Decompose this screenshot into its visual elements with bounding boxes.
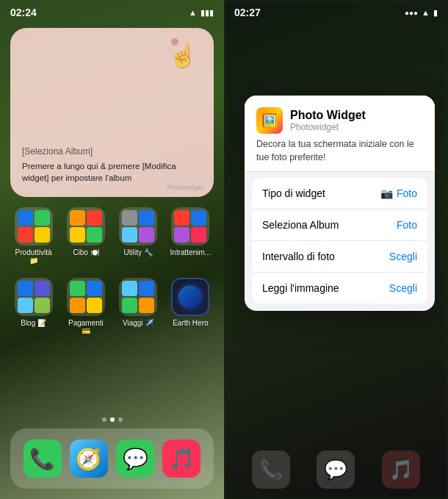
popup-row-intervallo-label: Intervallo di foto (262, 251, 335, 262)
app-earth-hero[interactable]: Earth Hero (168, 278, 212, 335)
popup-rows: Tipo di widget 📷 Foto Seleziona Album Fo… (252, 178, 427, 304)
popup-app-icon-inner: 🖼️ (256, 107, 283, 134)
leggi-value: Scegli (389, 282, 417, 294)
right-bottom-apps: 📞 💬 🎵 (224, 450, 448, 489)
folder-pagamenti-label: Pagamenti 💳 (64, 319, 108, 335)
popup-row-album[interactable]: Seleziona Album Foto (252, 209, 427, 241)
earth-hero-label: Earth Hero (173, 319, 208, 327)
dot-3 (118, 417, 123, 422)
folder-blog-icon (15, 278, 53, 316)
folder-produttivita-label: Produttività 📁 (12, 248, 56, 265)
dock-music[interactable]: 🎵 (162, 439, 200, 478)
popup-header: 🖼️ Photo Widget Photowidget Decora la tu… (245, 96, 435, 172)
widget-instruction: Premere a lungo qui & premere [Modifica … (22, 160, 202, 184)
right-wifi-icon: ▲ (422, 8, 430, 17)
folder-pagamenti[interactable]: Pagamenti 💳 (64, 278, 108, 335)
dock: 📞 🧭 💬 🎵 (10, 428, 214, 489)
folder-utility[interactable]: Utility 🔧 (116, 207, 160, 265)
app-row-2: Blog 📝 Pagamenti 💳 Viaggi ✈️ (7, 278, 217, 335)
photo-widget-popup: 🖼️ Photo Widget Photowidget Decora la tu… (245, 96, 435, 311)
folder-produttivita[interactable]: Produttività 📁 (12, 207, 56, 265)
folder-utility-label: Utility 🔧 (124, 248, 153, 256)
popup-app-info: Photo Widget Photowidget (290, 109, 366, 132)
popup-app-sub: Photowidget (290, 122, 366, 132)
folder-viaggi-label: Viaggi ✈️ (123, 319, 153, 327)
touch-icon: ☝️ (168, 41, 198, 69)
camera-icon: 📷 (380, 187, 393, 199)
right-bottom-icon-3: 🎵 (382, 450, 420, 489)
folder-intrattenimento[interactable]: Intrattenim... (168, 207, 212, 265)
folder-cibo[interactable]: Cibo 🍽️ (64, 207, 108, 265)
dock-safari[interactable]: 🧭 (70, 439, 108, 478)
photo-widget[interactable]: ☝️ [Seleziona Album] Premere a lungo qui… (10, 28, 214, 197)
left-phone-screen: 02:24 ▲ ▮▮▮ ☝️ [Seleziona Album] Premere… (0, 0, 224, 499)
folder-intrattenimento-icon (171, 207, 209, 245)
popup-description: Decora la tua schermata iniziale con le … (256, 138, 423, 164)
popup-row-intervallo-value: Scegli (389, 251, 417, 262)
left-status-bar: 02:24 ▲ ▮▮▮ (0, 0, 224, 21)
dock-messages[interactable]: 💬 (116, 439, 154, 478)
popup-row-leggi-value: Scegli (389, 282, 417, 294)
dock-phone[interactable]: 📞 (24, 439, 62, 478)
battery-icon: ▮▮▮ (200, 8, 214, 18)
album-value: Foto (397, 219, 417, 231)
popup-row-album-label: Seleziona Album (262, 219, 339, 231)
left-status-icons: ▲ ▮▮▮ (189, 8, 214, 18)
right-phone-screen: 02:27 ●●● ▲ ▮ 🖼️ Photo Widget Photowidge… (224, 0, 448, 499)
right-time: 02:27 (234, 7, 261, 18)
popup-row-tipo-label: Tipo di widget (262, 187, 325, 199)
dot-1 (102, 417, 106, 422)
dot-2 (110, 417, 115, 422)
widget-album-label: [Seleziona Album] (22, 146, 93, 157)
folder-viaggi[interactable]: Viaggi ✈️ (116, 278, 160, 335)
popup-row-album-value: Foto (397, 219, 417, 231)
folder-intrattenimento-label: Intrattenim... (170, 248, 212, 256)
right-status-bar: 02:27 ●●● ▲ ▮ (224, 0, 448, 21)
folder-produttivita-icon (15, 207, 53, 245)
popup-row-tipo-value: 📷 Foto (380, 187, 417, 199)
right-status-icons: ●●● ▲ ▮ (405, 8, 438, 18)
intervallo-value: Scegli (389, 251, 417, 262)
popup-row-tipo[interactable]: Tipo di widget 📷 Foto (252, 178, 427, 209)
folder-blog[interactable]: Blog 📝 (12, 278, 56, 335)
signal-icon: ●●● (405, 9, 418, 17)
earth-hero-icon (171, 278, 209, 316)
popup-row-leggi[interactable]: Leggi l'immagine Scegli (252, 273, 427, 304)
folder-cibo-icon (67, 207, 105, 245)
left-time: 02:24 (10, 7, 37, 18)
folder-cibo-label: Cibo 🍽️ (73, 248, 98, 256)
folder-utility-icon (119, 207, 157, 245)
tipo-value: Foto (397, 187, 417, 199)
popup-title-row: 🖼️ Photo Widget Photowidget (256, 107, 423, 134)
apps-area: Produttività 📁 Cibo 🍽️ Utility (0, 207, 224, 348)
folder-viaggi-icon (119, 278, 157, 316)
popup-row-leggi-label: Leggi l'immagine (262, 282, 339, 294)
folder-blog-label: Blog 📝 (21, 319, 46, 327)
popup-row-intervallo[interactable]: Intervallo di foto Scegli (252, 241, 427, 273)
popup-app-icon: 🖼️ (256, 107, 283, 134)
right-battery-icon: ▮ (433, 8, 438, 18)
page-dots (0, 417, 224, 422)
folder-pagamenti-icon (67, 278, 105, 316)
right-bottom-icon-2: 💬 (317, 450, 355, 489)
popup-app-name: Photo Widget (290, 109, 366, 122)
app-row-1: Produttività 📁 Cibo 🍽️ Utility (7, 207, 217, 265)
wifi-icon: ▲ (189, 8, 197, 17)
widget-brand: Photowidget (167, 184, 203, 191)
right-bottom-icon-1: 📞 (252, 450, 290, 489)
